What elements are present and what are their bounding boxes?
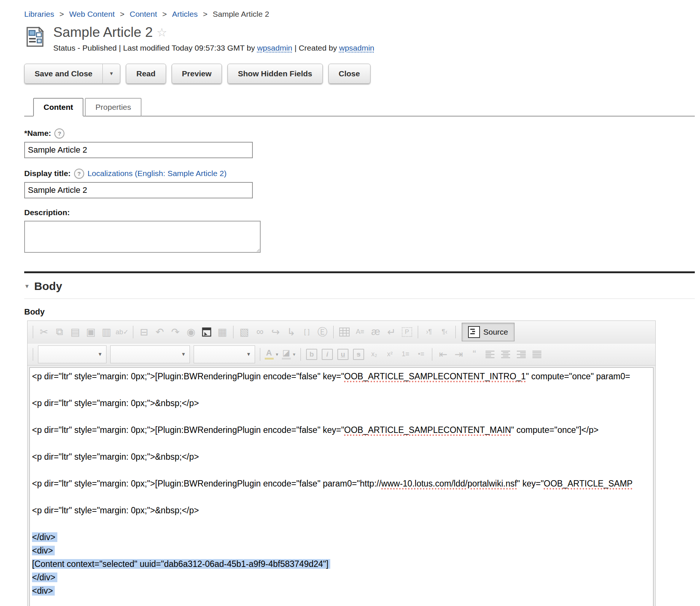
source-line bbox=[32, 463, 653, 477]
spellcheck-flagged-text: www-10.lotus.com/ldd/portalwiki.nsf bbox=[381, 479, 517, 488]
breadcrumb: Libraries>Web Content>Content>Articles>S… bbox=[24, 10, 695, 19]
align-center-icon[interactable] bbox=[498, 346, 513, 363]
source-code-icon bbox=[468, 326, 480, 338]
special-character-icon[interactable]: æ bbox=[368, 324, 384, 340]
blockquote-icon[interactable]: “ bbox=[467, 346, 482, 363]
chevron-down-icon: ▼ bbox=[275, 352, 279, 357]
toolbar-separator bbox=[432, 348, 432, 361]
display-title-help-icon[interactable]: ? bbox=[74, 169, 84, 179]
breadcrumb-item-articles[interactable]: Articles bbox=[172, 10, 198, 19]
background-color-glyph: ◪ bbox=[282, 349, 291, 360]
name-input[interactable] bbox=[24, 142, 253, 158]
modified-by-link[interactable]: wpsadmin bbox=[257, 44, 293, 52]
numbered-list-icon[interactable]: 1≡ bbox=[398, 346, 413, 363]
toolbar-separator bbox=[233, 326, 233, 338]
collapse-caret-icon[interactable]: ▼ bbox=[24, 283, 30, 289]
cut-icon[interactable]: ✂ bbox=[36, 324, 52, 340]
toolbar-separator bbox=[260, 348, 260, 361]
find-icon[interactable]: ◉ bbox=[183, 324, 199, 340]
save-and-close-button[interactable]: Save and Close bbox=[25, 64, 102, 83]
source-line-selected: [Content context="selected" uuid="dab6a3… bbox=[32, 557, 653, 571]
paste-plain-text-icon[interactable]: ▥ bbox=[99, 324, 114, 340]
toolbar-separator bbox=[418, 326, 418, 338]
styles-combo[interactable]: ▼ bbox=[38, 345, 106, 363]
save-options-dropdown-arrow[interactable]: ▼ bbox=[102, 64, 120, 83]
link-icon[interactable]: ∞ bbox=[252, 324, 268, 340]
font-size-combo[interactable]: ▼ bbox=[194, 345, 255, 363]
paste-from-word-icon[interactable]: ▣ bbox=[83, 324, 99, 340]
subscript-icon[interactable]: x₂ bbox=[366, 346, 382, 363]
template-icon[interactable]: ▦ bbox=[214, 324, 230, 340]
format-combo[interactable]: ▼ bbox=[110, 345, 190, 363]
source-line bbox=[32, 517, 653, 530]
insert-link-icon[interactable]: ↪ bbox=[268, 324, 283, 340]
text-direction-ltr-icon[interactable]: ›¶ bbox=[421, 324, 437, 340]
bullet-list-icon[interactable]: •≡ bbox=[413, 346, 429, 363]
read-button[interactable]: Read bbox=[126, 64, 166, 84]
created-by-link[interactable]: wpsadmin bbox=[339, 44, 375, 52]
body-section-title: Body bbox=[34, 280, 62, 293]
spellcheck-icon[interactable]: ab✓ bbox=[114, 324, 130, 340]
close-button[interactable]: Close bbox=[328, 64, 370, 84]
content-form: *Name: ? Display title: ? Localizations … bbox=[24, 128, 695, 253]
breadcrumb-separator: > bbox=[162, 10, 167, 19]
bold-icon[interactable]: b bbox=[304, 346, 319, 363]
image-icon[interactable]: ▧ bbox=[236, 324, 252, 340]
copy-icon[interactable]: ⧉ bbox=[52, 324, 67, 340]
source-code-area[interactable]: <p dir="ltr" style="margin: 0px;">[Plugi… bbox=[29, 367, 653, 606]
print-icon[interactable]: ⊟ bbox=[136, 324, 152, 340]
page: Libraries>Web Content>Content>Articles>S… bbox=[0, 0, 695, 606]
text-color-icon[interactable]: A▼ bbox=[263, 346, 280, 363]
status-line: Status - Published | Last modified Today… bbox=[53, 44, 374, 52]
italic-icon[interactable]: i bbox=[319, 346, 335, 363]
source-button[interactable]: Source bbox=[462, 323, 515, 341]
breadcrumb-item-web-content[interactable]: Web Content bbox=[69, 10, 115, 19]
toolbar-separator bbox=[133, 326, 133, 338]
chevron-down-icon: ▼ bbox=[109, 71, 114, 76]
chevron-down-icon: ▼ bbox=[181, 351, 186, 357]
article-header: Sample Article 2 ☆ Status - Published | … bbox=[24, 25, 695, 52]
source-line bbox=[32, 410, 653, 423]
breadcrumb-item-content[interactable]: Content bbox=[130, 10, 157, 19]
localizations-link[interactable]: Localizations (English: Sample Article 2… bbox=[88, 169, 227, 178]
insert-file-icon[interactable]: ↳ bbox=[283, 324, 299, 340]
redo-icon[interactable]: ↷ bbox=[168, 324, 183, 340]
definition-list-icon[interactable]: A≡ bbox=[352, 324, 368, 340]
strikethrough-icon[interactable]: s bbox=[351, 346, 366, 363]
table-icon[interactable] bbox=[337, 324, 352, 340]
favorite-star-icon[interactable]: ☆ bbox=[156, 25, 167, 39]
name-help-icon[interactable]: ? bbox=[54, 128, 64, 138]
source-line-selected: <div> bbox=[32, 544, 653, 557]
breadcrumb-item-libraries[interactable]: Libraries bbox=[24, 10, 54, 19]
paste-icon[interactable]: ▤ bbox=[67, 324, 83, 340]
toolbar-separator bbox=[33, 326, 33, 338]
show-hidden-fields-button[interactable]: Show Hidden Fields bbox=[228, 64, 323, 84]
tab-properties[interactable]: Properties bbox=[85, 98, 141, 117]
superscript-icon[interactable]: x² bbox=[382, 346, 398, 363]
align-right-icon[interactable] bbox=[513, 346, 529, 363]
text-color-glyph: A bbox=[265, 349, 274, 360]
indent-icon[interactable]: ⇥ bbox=[451, 346, 467, 363]
paragraph-box-icon[interactable]: P bbox=[399, 324, 415, 340]
display-title-input[interactable] bbox=[24, 182, 253, 198]
align-left-icon[interactable] bbox=[482, 346, 498, 363]
background-color-icon[interactable]: ◪▼ bbox=[280, 346, 298, 363]
outdent-icon[interactable]: ⇤ bbox=[435, 346, 451, 363]
select-all-icon[interactable] bbox=[199, 324, 214, 340]
align-justify-icon[interactable] bbox=[529, 346, 545, 363]
page-break-icon[interactable]: ↵ bbox=[384, 324, 399, 340]
undo-icon[interactable]: ↶ bbox=[152, 324, 168, 340]
underline-icon[interactable]: u bbox=[335, 346, 351, 363]
text-direction-rtl-icon[interactable]: ¶‹ bbox=[437, 324, 452, 340]
editor-toolbar-row-1: ✂⧉▤▣▥ab✓⊟↶↷◉▦▧∞↪↳[ ]ⒺA≡æ↵P›¶¶‹Source bbox=[28, 321, 655, 344]
page-title: Sample Article 2 bbox=[53, 25, 153, 41]
tab-content[interactable]: Content bbox=[33, 98, 83, 117]
description-textarea[interactable] bbox=[24, 221, 261, 253]
body-section-header[interactable]: ▼ Body bbox=[24, 280, 695, 293]
plugin-brackets-icon[interactable]: [ ] bbox=[299, 324, 315, 340]
chevron-down-icon: ▼ bbox=[292, 352, 296, 357]
source-line: <p dir="ltr" style="margin: 0px;">[Plugi… bbox=[32, 423, 653, 437]
element-link-icon[interactable]: Ⓔ bbox=[315, 324, 330, 340]
preview-button[interactable]: Preview bbox=[172, 64, 222, 84]
source-line-selected: </div> bbox=[32, 530, 653, 544]
